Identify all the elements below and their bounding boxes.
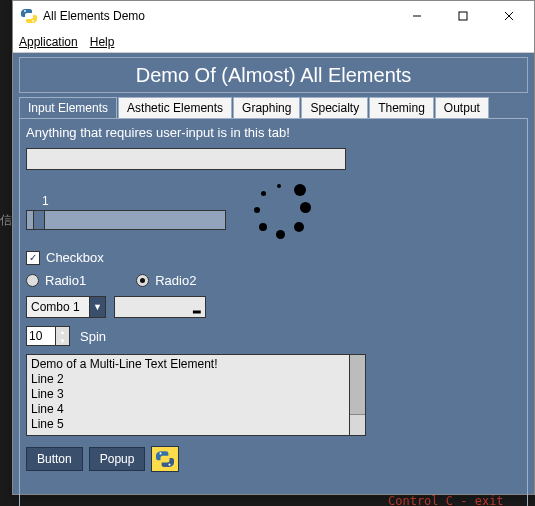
spin-buttons[interactable]: ▲ ▼ — [56, 326, 70, 346]
checkbox[interactable]: ✓ — [26, 251, 40, 265]
window-title: All Elements Demo — [43, 9, 394, 23]
combo-value[interactable]: Combo 1 — [26, 296, 90, 318]
slider[interactable]: 1 — [26, 194, 226, 230]
svg-point-6 — [160, 452, 162, 454]
spin-down-icon[interactable]: ▼ — [56, 336, 69, 345]
option-menu[interactable]: ▂ — [114, 296, 206, 318]
tab-strip: Input Elements Asthetic Elements Graphin… — [19, 97, 528, 118]
spin-up-icon[interactable]: ▲ — [56, 327, 69, 336]
slider-value-label: 1 — [42, 194, 226, 208]
scrollbar-thumb[interactable] — [350, 355, 365, 415]
tab-specialty[interactable]: Specialty — [301, 97, 368, 118]
tab-hint: Anything that requires user-input is in … — [26, 125, 521, 140]
single-line-input[interactable] — [26, 148, 346, 170]
combo-box[interactable]: Combo 1 ▼ — [26, 296, 106, 318]
slider-thumb[interactable] — [33, 210, 45, 230]
loading-spinner-icon — [250, 182, 310, 242]
tab-output[interactable]: Output — [435, 97, 489, 118]
option-menu-handle-icon: ▂ — [193, 302, 201, 313]
checkbox-label: Checkbox — [46, 250, 104, 265]
svg-rect-3 — [459, 12, 467, 20]
bg-char: 信 — [0, 212, 12, 229]
close-button[interactable] — [486, 1, 532, 31]
tab-input-elements[interactable]: Input Elements — [19, 97, 117, 118]
maximize-button[interactable] — [440, 1, 486, 31]
radio-2-indicator[interactable] — [136, 274, 149, 287]
chevron-down-icon[interactable]: ▼ — [90, 296, 106, 318]
radio-1[interactable]: Radio1 — [26, 273, 86, 288]
python-icon — [21, 8, 37, 24]
spin-label: Spin — [80, 329, 106, 344]
popup-button[interactable]: Popup — [89, 447, 146, 471]
multiline-scrollbar[interactable] — [350, 354, 366, 436]
spin-value[interactable]: 10 — [26, 326, 56, 346]
checkbox-row[interactable]: ✓ Checkbox — [26, 250, 521, 265]
slider-track[interactable] — [26, 210, 226, 230]
tab-theming[interactable]: Theming — [369, 97, 434, 118]
spin-control[interactable]: 10 ▲ ▼ — [26, 326, 70, 346]
python-logo-button[interactable] — [151, 446, 179, 472]
page-title: Demo Of (Almost) All Elements — [19, 57, 528, 93]
radio-2-label: Radio2 — [155, 273, 196, 288]
tab-graphing[interactable]: Graphing — [233, 97, 300, 118]
menu-help[interactable]: Help — [90, 35, 115, 49]
svg-point-0 — [24, 10, 26, 12]
menubar: Application Help — [13, 31, 534, 53]
svg-point-1 — [32, 20, 34, 22]
multiline-input[interactable] — [26, 354, 350, 436]
menu-application[interactable]: Application — [19, 35, 78, 49]
app-window: All Elements Demo Application Help Demo … — [12, 0, 535, 495]
tab-asthetic-elements[interactable]: Asthetic Elements — [118, 97, 232, 118]
svg-point-7 — [169, 464, 171, 466]
radio-1-label: Radio1 — [45, 273, 86, 288]
radio-1-indicator[interactable] — [26, 274, 39, 287]
client-area: Demo Of (Almost) All Elements Input Elem… — [13, 53, 534, 494]
radio-2[interactable]: Radio2 — [136, 273, 196, 288]
tab-panel-input-elements: Anything that requires user-input is in … — [19, 118, 528, 506]
titlebar[interactable]: All Elements Demo — [13, 1, 534, 31]
button-button[interactable]: Button — [26, 447, 83, 471]
minimize-button[interactable] — [394, 1, 440, 31]
